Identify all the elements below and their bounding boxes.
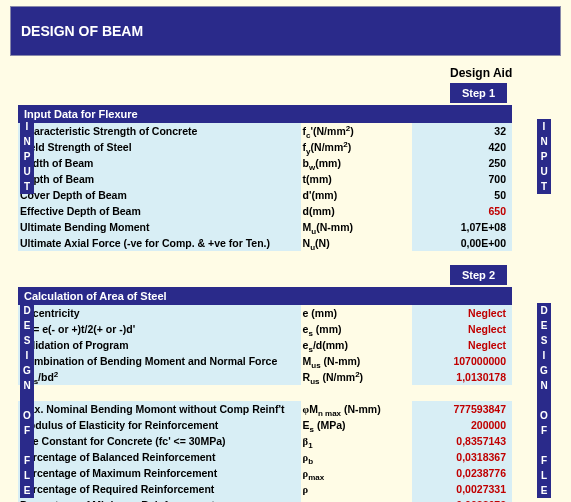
row-label: Percentage of Maximum Reinforcement	[18, 465, 301, 481]
row-label: Yield Strength of Steel	[18, 139, 301, 155]
row-symbol: Rus (N/mm2)	[301, 369, 412, 385]
row-label: Percentage of Minimum Reinforcement	[18, 497, 301, 502]
page-title: DESIGN OF BEAM	[10, 6, 561, 56]
side-letter: N	[20, 134, 34, 149]
side-letter	[537, 438, 551, 453]
side-letter: E	[20, 318, 34, 333]
row-label: es = e(- or +)t/2(+ or -)d'	[18, 321, 301, 337]
side-letter: U	[537, 164, 551, 179]
side-letter: P	[537, 149, 551, 164]
design-aid-label: Design Aid	[18, 66, 553, 80]
side-letter: L	[537, 468, 551, 483]
row-symbol: fy(N/mm2)	[301, 139, 412, 155]
table-row: Percentage of Minimum Reinforcementρmin0…	[18, 497, 512, 502]
side-letter: I	[537, 348, 551, 363]
row-label: Combination of Bending Moment and Normal…	[18, 353, 301, 369]
row-value	[412, 385, 512, 401]
table-row	[18, 385, 512, 401]
row-value: 1,07E+08	[412, 219, 512, 235]
side-letter: N	[537, 134, 551, 149]
side-letter: F	[20, 453, 34, 468]
row-symbol: ρb	[301, 449, 412, 465]
row-value: 32	[412, 123, 512, 139]
side-letter: I	[20, 119, 34, 134]
table-row: Percentage of Required Reinforcementρ0,0…	[18, 481, 512, 497]
side-letter: E	[537, 483, 551, 498]
side-letter: F	[537, 423, 551, 438]
side-letter: O	[20, 408, 34, 423]
row-value: 107000000	[412, 353, 512, 369]
side-letter: S	[20, 333, 34, 348]
row-symbol: Mus (N-mm)	[301, 353, 412, 369]
side-letter: T	[20, 179, 34, 194]
table-row: Characteristic Strength of Concretefc'(N…	[18, 123, 512, 139]
table-row: Width of Beambw(mm)250	[18, 155, 512, 171]
row-symbol: es/d(mm)	[301, 337, 412, 353]
table-row: Percentage of Maximum Reinforcementρmax0…	[18, 465, 512, 481]
side-right-design: DESIGNOFFLE	[537, 303, 551, 498]
table-row: Ultimate Axial Force (-ve for Comp. & +v…	[18, 235, 512, 251]
row-value: Neglect	[412, 305, 512, 321]
row-label	[18, 385, 301, 401]
row-label: Characteristic Strength of Concrete	[18, 123, 301, 139]
side-letter: D	[537, 303, 551, 318]
row-symbol: e (mm)	[301, 305, 412, 321]
row-value: 0,0027331	[412, 481, 512, 497]
row-symbol: Es (MPa)	[301, 417, 412, 433]
side-letter: E	[537, 318, 551, 333]
table-row: Yield Strength of Steelfy(N/mm2)420	[18, 139, 512, 155]
table-row: Modulus of Elasticity for ReinforcementE…	[18, 417, 512, 433]
table-row: Effective Depth of Beamd(mm)650	[18, 203, 512, 219]
row-symbol: fc'(N/mm2)	[301, 123, 412, 139]
row-value: 777593847	[412, 401, 512, 417]
row-label: Percentage of Balanced Reinforcement	[18, 449, 301, 465]
row-symbol: es (mm)	[301, 321, 412, 337]
row-symbol: β1	[301, 433, 412, 449]
section-header-1: Input Data for Flexure	[18, 105, 512, 123]
side-left-input: INPUT	[20, 119, 34, 194]
row-symbol: d'(mm)	[301, 187, 412, 203]
side-letter	[20, 438, 34, 453]
row-symbol: Nu(N)	[301, 235, 412, 251]
side-letter: N	[537, 378, 551, 393]
side-letter: G	[20, 363, 34, 378]
table-row: Mus/bd2Rus (N/mm2)1,0130178	[18, 369, 512, 385]
side-letter: I	[20, 348, 34, 363]
side-right-input: INPUT	[537, 119, 551, 194]
table-row: Percentage of Balanced Reinforcementρb0,…	[18, 449, 512, 465]
table-row: Ultimate Bending MomentMu(N-mm)1,07E+08	[18, 219, 512, 235]
row-value: 200000	[412, 417, 512, 433]
row-symbol: φMn max (N-mm)	[301, 401, 412, 417]
row-value: 0,0238776	[412, 465, 512, 481]
side-letter: I	[537, 119, 551, 134]
side-letter: O	[537, 408, 551, 423]
row-symbol: ρmin	[301, 497, 412, 502]
table-row: The Constant for Concrete (fc' <= 30MPa)…	[18, 433, 512, 449]
side-letter: F	[20, 423, 34, 438]
row-value: 50	[412, 187, 512, 203]
side-left-design: DESIGNOFFLE	[20, 303, 34, 498]
row-symbol: bw(mm)	[301, 155, 412, 171]
side-letter: D	[20, 303, 34, 318]
row-label: Modulus of Elasticity for Reinforcement	[18, 417, 301, 433]
table-row: Max. Nominal Bending Momont without Comp…	[18, 401, 512, 417]
row-label: Width of Beam	[18, 155, 301, 171]
row-label: Eccentricity	[18, 305, 301, 321]
section-header-2: Calculation of Area of Steel	[18, 287, 512, 305]
row-label: Percentage of Required Reinforcement	[18, 481, 301, 497]
table-row: es = e(- or +)t/2(+ or -)d'es (mm)Neglec…	[18, 321, 512, 337]
row-value: 250	[412, 155, 512, 171]
side-letter: E	[20, 483, 34, 498]
row-value: Neglect	[412, 321, 512, 337]
row-value: 0,00E+00	[412, 235, 512, 251]
table-row: Eccentricitye (mm)Neglect	[18, 305, 512, 321]
row-value: Neglect	[412, 337, 512, 353]
side-letter: F	[537, 453, 551, 468]
input-data-table: Characteristic Strength of Concretefc'(N…	[18, 123, 512, 251]
step-tab-2: Step 2	[450, 265, 507, 285]
step-tab-1: Step 1	[450, 83, 507, 103]
row-value: 0,0033672	[412, 497, 512, 502]
row-label: Depth of Beam	[18, 171, 301, 187]
row-value: 0,0318367	[412, 449, 512, 465]
side-letter: T	[537, 179, 551, 194]
